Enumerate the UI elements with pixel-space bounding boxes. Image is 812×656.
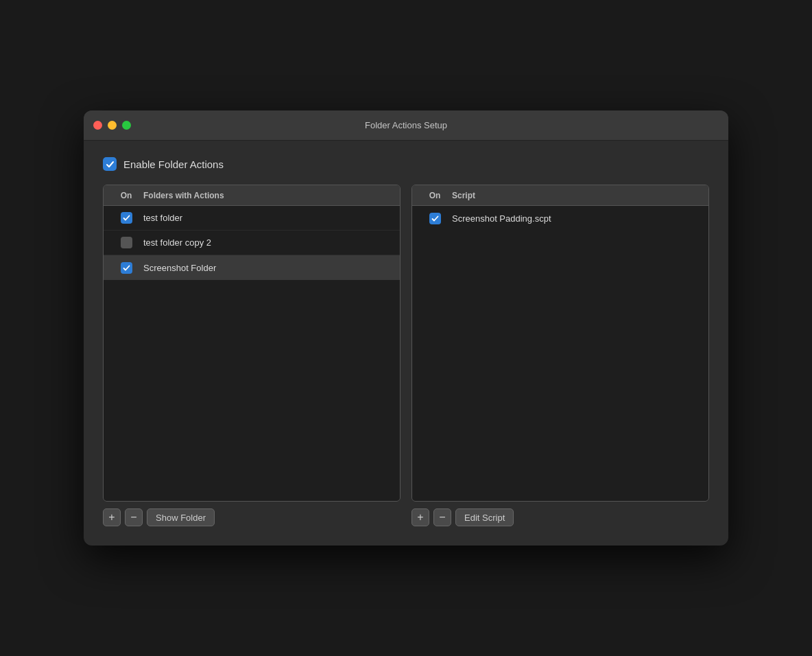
folder-name: Screenshot Folder	[143, 263, 394, 273]
scripts-table: On Script	[411, 185, 709, 502]
table-row[interactable]: test folder	[104, 206, 400, 231]
edit-script-button[interactable]: Edit Script	[455, 508, 514, 526]
scripts-table-body: Screenshot Padding.scpt	[412, 206, 708, 501]
remove-script-button[interactable]: −	[433, 508, 451, 526]
close-button[interactable]	[93, 121, 102, 130]
folder-name: test folder	[143, 213, 394, 223]
scripts-col-name: Script	[452, 191, 703, 200]
folders-table: On Folders with Actions	[103, 185, 401, 502]
show-folder-button[interactable]: Show Folder	[147, 508, 215, 526]
folders-col-on: On	[109, 191, 143, 200]
row-checkbox[interactable]	[418, 213, 452, 224]
main-window: Folder Actions Setup Enable Folder Actio…	[84, 110, 728, 546]
add-script-button[interactable]: +	[411, 508, 429, 526]
titlebar: Folder Actions Setup	[84, 110, 728, 141]
traffic-lights	[93, 121, 131, 130]
scripts-panel: On Script	[411, 185, 709, 526]
enable-row: Enable Folder Actions	[103, 157, 709, 171]
scripts-table-header: On Script	[412, 185, 708, 206]
add-folder-button[interactable]: +	[103, 508, 121, 526]
row-checkbox[interactable]	[109, 237, 143, 248]
script-name: Screenshot Padding.scpt	[452, 213, 703, 224]
table-row[interactable]: test folder copy 2	[104, 231, 400, 255]
table-row[interactable]: Screenshot Padding.scpt	[412, 206, 708, 231]
scripts-col-on: On	[418, 191, 452, 200]
checkbox-checked-icon	[121, 212, 132, 224]
row-checkbox[interactable]	[109, 212, 143, 224]
folders-panel: On Folders with Actions	[103, 185, 401, 526]
enable-folder-actions-label: Enable Folder Actions	[123, 159, 224, 170]
folders-col-name: Folders with Actions	[143, 191, 394, 200]
table-row[interactable]: Screenshot Folder	[104, 255, 400, 280]
scripts-toolbar: + − Edit Script	[411, 508, 709, 526]
folders-table-body: test folder test folder copy 2	[104, 206, 400, 501]
folders-toolbar: + − Show Folder	[103, 508, 401, 526]
content-area: Enable Folder Actions On Folders with Ac…	[84, 141, 728, 546]
minimize-button[interactable]	[108, 121, 117, 130]
folders-table-header: On Folders with Actions	[104, 185, 400, 206]
checkbox-checked-icon	[429, 213, 441, 224]
enable-folder-actions-checkbox[interactable]	[103, 157, 117, 171]
window-title: Folder Actions Setup	[365, 120, 447, 130]
checkbox-checked-icon	[121, 262, 132, 274]
remove-folder-button[interactable]: −	[125, 508, 143, 526]
folder-name: test folder copy 2	[143, 237, 394, 248]
maximize-button[interactable]	[122, 121, 131, 130]
panels-container: On Folders with Actions	[103, 185, 709, 526]
row-checkbox[interactable]	[109, 262, 143, 274]
checkbox-unchecked-icon	[121, 237, 132, 248]
